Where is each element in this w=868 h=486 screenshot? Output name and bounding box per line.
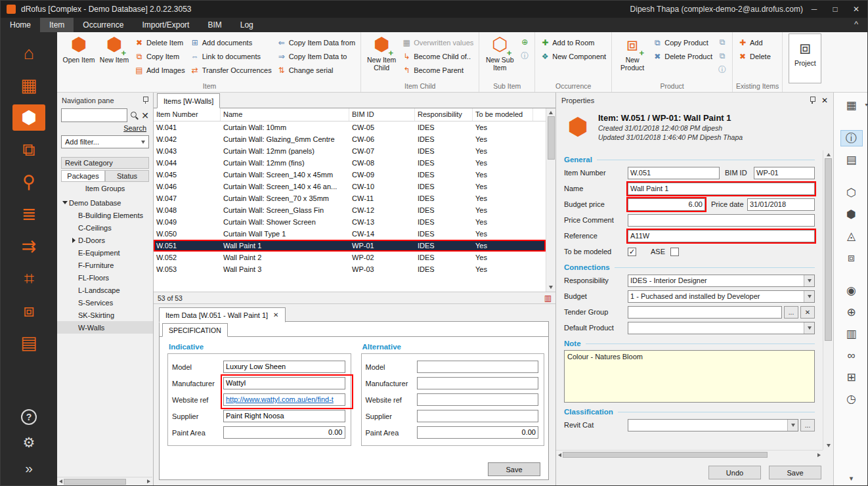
item-number-input[interactable]: W.051 bbox=[628, 167, 720, 179]
pin-icon[interactable] bbox=[809, 96, 815, 104]
copy-product-button[interactable]: ⧉Copy Product bbox=[651, 37, 714, 48]
room-data-icon[interactable]: ▦ bbox=[12, 72, 45, 99]
scroll-left-icon[interactable] bbox=[558, 453, 561, 457]
reference-input[interactable]: A11W bbox=[628, 230, 815, 242]
add-existing-button[interactable]: ✚Add bbox=[736, 37, 773, 48]
new-item-child-button[interactable]: ⬢+New Item Child bbox=[364, 33, 399, 79]
items-row-w-044[interactable]: W.044Curtain Wall: 12mm (fins)CW-08IDESY… bbox=[154, 157, 546, 169]
menu-tab-item[interactable]: Item bbox=[40, 18, 74, 32]
minimize-button[interactable]: ─ bbox=[804, 1, 824, 18]
item-data-save-button[interactable]: Save bbox=[488, 462, 540, 476]
to-be-modeled-checkbox[interactable] bbox=[628, 248, 636, 256]
buildings-icon[interactable]: ⌗ bbox=[12, 265, 45, 292]
tender-group-browse-button[interactable]: ... bbox=[784, 306, 798, 319]
collapse-ribbon-icon[interactable]: ^ bbox=[845, 18, 867, 32]
help-icon[interactable]: ? bbox=[21, 409, 37, 425]
add-filter-select[interactable]: Add filter... bbox=[61, 135, 149, 148]
add-images-button[interactable]: ▤Add Images bbox=[133, 64, 187, 76]
tree-item-l-landscape[interactable]: L-Landscape bbox=[57, 284, 153, 296]
search-link[interactable]: Search bbox=[57, 122, 153, 133]
close-panel-icon[interactable]: ✕ bbox=[821, 96, 828, 105]
menu-tab-import-export[interactable]: Import/Export bbox=[133, 18, 198, 32]
scroll-right-icon[interactable] bbox=[817, 453, 821, 457]
tree-item-demo-database[interactable]: Demo Database bbox=[57, 196, 153, 209]
scrollbar-thumb[interactable] bbox=[825, 158, 832, 341]
copy-item-data-to-button[interactable]: ⇒Copy Item Data to bbox=[275, 51, 357, 62]
pin-icon[interactable] bbox=[142, 96, 148, 104]
settings-icon[interactable]: ⚙ bbox=[23, 435, 35, 451]
menu-tab-home[interactable]: Home bbox=[1, 18, 40, 32]
scrollbar-thumb[interactable] bbox=[548, 116, 555, 160]
nav-tab-status[interactable]: Status bbox=[105, 170, 149, 182]
items-row-w-045[interactable]: W.045Curtain Wall: Screen_140 x 45mmCW-0… bbox=[154, 169, 546, 181]
rooms-icon[interactable]: ⌂ bbox=[12, 40, 45, 66]
add-to-room-button[interactable]: ✚Add to Room bbox=[538, 37, 608, 48]
revit-category-browse-button[interactable]: ... bbox=[800, 419, 815, 431]
ase-checkbox[interactable] bbox=[670, 248, 679, 256]
tree-item-sk-skirting[interactable]: SK-Skirting bbox=[57, 309, 153, 321]
rail-scroll-down-icon[interactable]: ▾ bbox=[834, 474, 868, 483]
become-child-of-button[interactable]: ↳Become Child of.. bbox=[400, 51, 475, 62]
column-header-name[interactable]: Name bbox=[221, 108, 349, 121]
project-button[interactable]: ⧈Project bbox=[789, 33, 821, 83]
items-row-w-048[interactable]: W.048Curtain Wall: Screen_Glass FinCW-12… bbox=[154, 204, 546, 216]
column-header-to-be-modeled[interactable]: To be modeled bbox=[473, 108, 533, 121]
model-check-icon[interactable]: ◬ bbox=[840, 228, 863, 244]
menu-tab-log[interactable]: Log bbox=[231, 18, 263, 32]
model-add-icon[interactable]: ⊕ bbox=[840, 304, 863, 320]
delete-item-button[interactable]: ✖Delete Item bbox=[133, 37, 187, 48]
items-row-w-050[interactable]: W.050Curtain Wall Type 1CW-14IDESYes bbox=[154, 228, 546, 240]
add-documents-button[interactable]: ⊞Add documents bbox=[188, 37, 274, 48]
items-row-w-042[interactable]: W.042Curtain Wall: Glazing_6mm CentreCW-… bbox=[154, 133, 546, 145]
chevron-down-icon[interactable]: ▾ bbox=[865, 102, 867, 108]
undo-button[interactable]: Undo bbox=[708, 466, 761, 479]
scroll-right-icon[interactable] bbox=[147, 479, 150, 483]
copy-item-button[interactable]: ⧉Copy Item bbox=[133, 51, 187, 62]
tree-item-s-services[interactable]: S-Services bbox=[57, 296, 153, 309]
camera-icon[interactable]: ◉ bbox=[840, 282, 863, 299]
price-date-input[interactable]: 31/01/2018 bbox=[747, 198, 815, 211]
expand-icon[interactable] bbox=[70, 238, 78, 243]
scroll-up-icon[interactable] bbox=[549, 111, 553, 114]
packages-icon[interactable]: ⧈ bbox=[12, 298, 45, 324]
copy-product-page-button[interactable]: ⧉ bbox=[717, 37, 727, 47]
budget-price-input[interactable]: 6.00 bbox=[628, 198, 705, 211]
new-product-button[interactable]: ⧈+New Product bbox=[615, 33, 649, 79]
items-vertical-scrollbar[interactable] bbox=[546, 108, 555, 292]
systems-icon[interactable]: ≣ bbox=[12, 201, 45, 227]
items-row-w-041[interactable]: W.041Curtain Wall: 10mmCW-05IDESYes bbox=[154, 121, 546, 133]
new-component-button[interactable]: ❖New Component bbox=[538, 51, 608, 62]
item-form-icon[interactable]: ▤ bbox=[840, 152, 863, 168]
maximize-button[interactable]: □ bbox=[825, 1, 845, 18]
tree-item-w-walls[interactable]: W-Walls bbox=[57, 321, 153, 334]
tender-group-input[interactable] bbox=[628, 306, 782, 319]
tree-item-b-building-elements[interactable]: B-Building Elements bbox=[57, 209, 153, 221]
column-header-item-number[interactable]: Item Number bbox=[154, 108, 221, 121]
scroll-left-icon[interactable] bbox=[59, 479, 62, 483]
menu-tab-bim[interactable]: BIM bbox=[198, 18, 230, 32]
items-row-w-052[interactable]: W.052Wall Paint 2WP-02IDESYes bbox=[154, 252, 546, 263]
note-textarea[interactable]: Colour - Natures Bloom bbox=[564, 350, 815, 403]
revit-category-button[interactable]: Revit Category bbox=[61, 157, 149, 169]
price-comment-input[interactable] bbox=[628, 214, 815, 227]
tree-item-c-ceilings[interactable]: C-Ceilings bbox=[57, 221, 153, 234]
items-icon[interactable]: ⬢ bbox=[12, 104, 45, 131]
delete-existing-button[interactable]: ✖Delete bbox=[736, 51, 773, 62]
tree-item-d-doors[interactable]: D-Doors bbox=[57, 234, 153, 246]
revit-category-select[interactable] bbox=[628, 419, 798, 431]
properties-horizontal-scrollbar[interactable] bbox=[556, 450, 823, 459]
alternative-manufacturer-input[interactable] bbox=[417, 377, 539, 389]
filter-indicator-icon[interactable]: ▥ bbox=[544, 294, 552, 303]
link-to-documents-button[interactable]: ⇔Link to documents bbox=[188, 51, 274, 62]
items-tab[interactable]: Items [W-Walls] bbox=[157, 93, 220, 108]
scroll-up-icon[interactable] bbox=[827, 153, 831, 156]
link-icon[interactable]: ∞ bbox=[840, 347, 863, 364]
grid-icon[interactable]: ⊞ bbox=[840, 369, 863, 386]
items-row-w-053[interactable]: W.053Wall Paint 3WP-03IDESYes bbox=[154, 263, 546, 275]
change-serial-button[interactable]: ⇅Change serial bbox=[275, 64, 357, 76]
logistics-icon[interactable]: ⇉ bbox=[12, 233, 45, 259]
scrollbar-thumb[interactable] bbox=[563, 452, 768, 458]
item-data-tab[interactable]: Item Data [W.051 - Wall Paint 1] ✕ bbox=[159, 307, 286, 322]
alternative-paint-area-input[interactable]: 0.00 bbox=[417, 426, 539, 439]
product-info-button[interactable]: ⓘ bbox=[717, 65, 727, 74]
